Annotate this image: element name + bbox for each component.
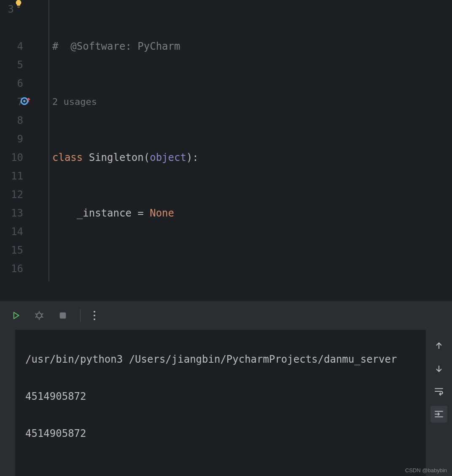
svg-point-1 — [23, 100, 25, 102]
line-number: 10 — [11, 152, 23, 163]
line-number: 9 — [17, 133, 23, 145]
toolbar-separator — [80, 309, 81, 322]
run-toolbar — [0, 301, 452, 330]
output-line: 4514905872 — [25, 387, 426, 406]
builtin: object — [150, 148, 186, 167]
override-icon[interactable] — [20, 96, 31, 108]
keyword: class — [52, 148, 83, 167]
lightbulb-icon[interactable] — [14, 0, 23, 10]
svg-point-2 — [37, 313, 42, 318]
rerun-button[interactable] — [8, 308, 24, 324]
run-left-gutter — [0, 330, 15, 476]
debug-button[interactable] — [31, 308, 47, 324]
scroll-down-button[interactable] — [430, 360, 447, 377]
scroll-to-end-button[interactable] — [430, 406, 447, 423]
svg-point-5 — [94, 315, 95, 316]
code-content[interactable]: # @Software: PyCharm 2 usages class Sing… — [49, 0, 452, 281]
line-number: 4 — [17, 40, 23, 52]
line-number: 12 — [11, 189, 23, 201]
soft-wrap-button[interactable] — [430, 383, 447, 400]
stop-button[interactable] — [55, 308, 71, 324]
line-number: 14 — [11, 226, 23, 238]
scroll-up-button[interactable] — [430, 337, 447, 354]
console-output-area: /usr/bin/python3 /Users/jiangbin/Pycharm… — [0, 330, 452, 476]
output-line: /usr/bin/python3 /Users/jiangbin/Pycharm… — [25, 350, 426, 369]
line-number: 16 — [11, 263, 23, 275]
comment-text: # @Software: PyCharm — [52, 37, 180, 56]
line-number: 6 — [17, 78, 23, 89]
line-number: 13 — [11, 207, 23, 219]
console-side-toolbar — [426, 330, 452, 476]
class-name: Singleton — [89, 148, 144, 167]
line-gutter: 3 4 5 6 7 8 9 10 11 12 13 14 15 16 — [0, 0, 49, 281]
line-number: 11 — [11, 170, 23, 182]
attr: _instance — [77, 204, 132, 222]
line-number: 8 — [17, 115, 23, 126]
svg-rect-3 — [60, 313, 66, 319]
code-editor[interactable]: 3 4 5 6 7 8 9 10 11 12 13 14 15 16 — [0, 0, 452, 281]
run-tool-window: /usr/bin/python3 /Users/jiangbin/Pycharm… — [0, 301, 452, 476]
line-number: 3 — [8, 3, 14, 15]
none-literal: None — [150, 204, 174, 222]
line-number: 15 — [11, 244, 23, 256]
console-output[interactable]: /usr/bin/python3 /Users/jiangbin/Pycharm… — [15, 330, 426, 476]
watermark-text: CSDN @babybin — [405, 467, 447, 473]
output-line: 4514905872 — [25, 424, 426, 443]
usages-hint[interactable]: 2 usages — [52, 93, 97, 111]
line-number: 5 — [17, 59, 23, 71]
svg-point-6 — [94, 318, 95, 320]
svg-point-4 — [94, 311, 95, 313]
more-button[interactable] — [86, 308, 102, 324]
output-blank — [25, 461, 426, 476]
